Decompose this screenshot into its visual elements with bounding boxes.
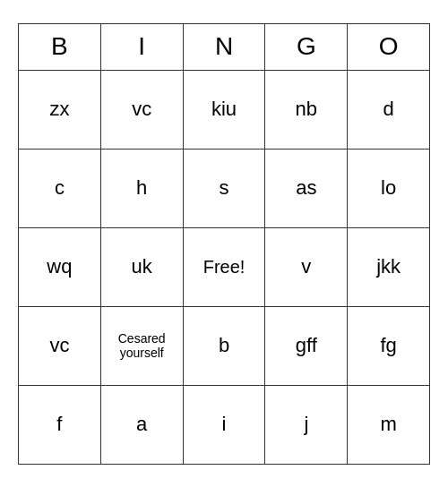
bingo-cell-4-2: i — [183, 385, 265, 464]
bingo-cell-4-3: j — [265, 385, 348, 464]
bingo-card: BINGO zxvckiunbdchsaslowqukFree!vjkkvcCe… — [18, 23, 430, 465]
header-col-i: I — [100, 23, 183, 70]
bingo-cell-0-0: zx — [19, 70, 101, 149]
bingo-cell-4-1: a — [100, 385, 183, 464]
header-col-g: G — [265, 23, 348, 70]
bingo-cell-2-4: jkk — [348, 227, 430, 306]
bingo-cell-0-4: d — [348, 70, 430, 149]
header-col-o: O — [348, 23, 430, 70]
bingo-cell-1-0: c — [19, 149, 101, 227]
header-row: BINGO — [19, 23, 430, 70]
bingo-cell-4-4: m — [348, 385, 430, 464]
header-col-n: N — [183, 23, 265, 70]
bingo-row-3: vcCesared yourselfbgfffg — [19, 306, 430, 385]
bingo-cell-1-1: h — [100, 149, 183, 227]
bingo-cell-3-1: Cesared yourself — [100, 306, 183, 385]
bingo-cell-2-2: Free! — [183, 227, 265, 306]
bingo-cell-3-3: gff — [265, 306, 348, 385]
bingo-cell-3-0: vc — [19, 306, 101, 385]
bingo-cell-3-2: b — [183, 306, 265, 385]
bingo-cell-3-4: fg — [348, 306, 430, 385]
bingo-cell-0-1: vc — [100, 70, 183, 149]
bingo-cell-2-1: uk — [100, 227, 183, 306]
bingo-row-0: zxvckiunbd — [19, 70, 430, 149]
header-col-b: B — [19, 23, 101, 70]
bingo-row-1: chsaslo — [19, 149, 430, 227]
bingo-cell-0-3: nb — [265, 70, 348, 149]
bingo-cell-0-2: kiu — [183, 70, 265, 149]
bingo-cell-1-3: as — [265, 149, 348, 227]
bingo-cell-2-3: v — [265, 227, 348, 306]
bingo-cell-1-2: s — [183, 149, 265, 227]
bingo-row-2: wqukFree!vjkk — [19, 227, 430, 306]
bingo-cell-1-4: lo — [348, 149, 430, 227]
bingo-cell-4-0: f — [19, 385, 101, 464]
bingo-cell-2-0: wq — [19, 227, 101, 306]
bingo-table: BINGO zxvckiunbdchsaslowqukFree!vjkkvcCe… — [18, 23, 430, 465]
bingo-row-4: faijm — [19, 385, 430, 464]
